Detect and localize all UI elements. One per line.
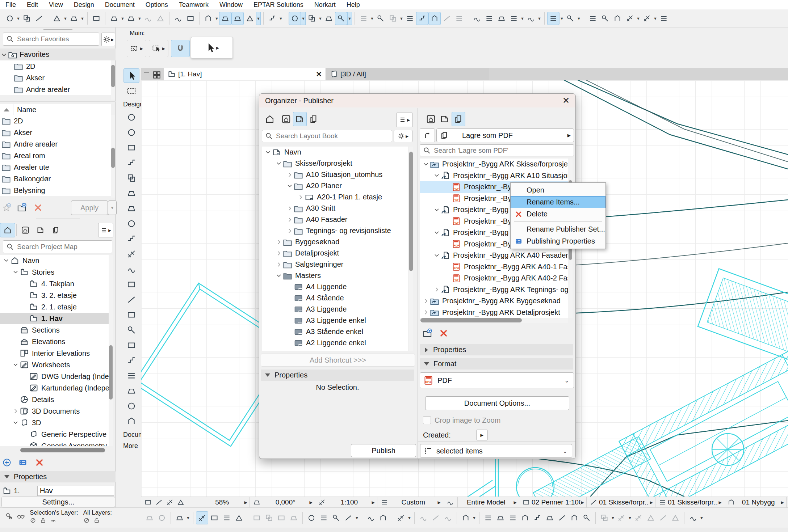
menu-norkart[interactable]: Norkart <box>309 0 341 9</box>
arrow-tool[interactable] <box>123 68 139 83</box>
coordinates-input-icon-dropdown[interactable]: ▼ <box>301 12 306 25</box>
sheet-list-icon[interactable] <box>599 12 611 25</box>
menu-design[interactable]: Design <box>68 0 100 9</box>
publisher-search-input[interactable]: Search 'Lagre som PDF' <box>420 144 574 156</box>
grid-element-tool[interactable] <box>123 353 139 368</box>
trim-wall-icon-dropdown[interactable]: ▼ <box>611 511 615 524</box>
virtual-building-icon-dropdown[interactable]: ▼ <box>120 12 125 25</box>
chevron-right-icon[interactable] <box>286 216 294 224</box>
transform-icon[interactable] <box>564 12 577 25</box>
lamp-tool[interactable] <box>123 384 139 398</box>
tab-overview-button[interactable] <box>151 69 162 80</box>
snap-options-icon-dropdown[interactable]: ▼ <box>256 12 261 25</box>
chevron-down-icon[interactable] <box>2 257 10 265</box>
publisher-button[interactable] <box>48 223 63 237</box>
left-publisher-button[interactable] <box>307 112 320 126</box>
project-map-scrollbar[interactable] <box>109 255 113 446</box>
corner-tool-icon[interactable] <box>471 12 483 25</box>
new-favorite-button[interactable] <box>2 203 17 212</box>
crop-checkbox-row[interactable]: Crop image to Zoom <box>423 415 500 425</box>
stretch-tool-icon-dropdown[interactable]: ▼ <box>537 12 542 25</box>
viewmap-button[interactable] <box>18 223 33 237</box>
magic-wand-icon[interactable] <box>687 511 699 524</box>
chevron-right-icon[interactable] <box>422 297 430 305</box>
layout-page-icon[interactable] <box>568 511 580 524</box>
perspective-view-icon[interactable] <box>377 511 389 524</box>
menu-options[interactable]: Options <box>140 0 173 9</box>
chevron-right-icon[interactable] <box>275 238 283 246</box>
level-marker-icon[interactable] <box>453 12 465 25</box>
opening-tool[interactable] <box>123 414 139 428</box>
status-segment[interactable]: Entire Model▶ <box>458 497 519 508</box>
context-menu-item-rename-items[interactable]: Rename Items... <box>511 196 605 208</box>
new-folder-button[interactable] <box>17 203 33 213</box>
chevron-right-icon[interactable] <box>433 286 441 294</box>
tree-item[interactable]: Tegnings- og revisjonsliste <box>262 225 408 236</box>
list-item[interactable]: Areal rom <box>0 150 111 161</box>
tree-item[interactable]: A20 Planer <box>262 180 408 191</box>
floor-plan-window-icon[interactable] <box>196 511 208 524</box>
chevron-right-icon[interactable] <box>297 193 305 201</box>
publish-scope-dropdown[interactable]: selected items ⌄ <box>420 444 572 458</box>
chevron-right-icon[interactable] <box>275 249 283 257</box>
save-icon[interactable] <box>21 12 33 25</box>
new-publisher-folder-button[interactable] <box>422 328 439 338</box>
list-item[interactable]: 2D <box>0 115 111 127</box>
left-properties-header[interactable]: Properties <box>261 370 414 381</box>
waves-icon[interactable] <box>544 511 556 524</box>
tree-item[interactable]: Stories <box>0 266 109 278</box>
column-tool[interactable] <box>123 262 139 276</box>
trim-wall-icon[interactable] <box>598 511 611 524</box>
tree-item[interactable]: A3 Liggende <box>262 304 408 315</box>
marker-up-icon[interactable] <box>275 511 288 524</box>
menu-teamwork[interactable]: Teamwork <box>173 0 214 9</box>
chevron-down-icon[interactable] <box>12 361 20 369</box>
tree-item[interactable]: A3 Stående enkel <box>262 326 408 337</box>
vr-icon[interactable] <box>442 511 454 524</box>
chevron-right-icon[interactable] <box>286 204 294 212</box>
tree-item[interactable]: Prosjektnr_-Bygg ARK Skisse/forprosjekt <box>420 159 568 170</box>
3d-style-icon[interactable] <box>342 511 355 524</box>
list-item[interactable]: 2D <box>0 60 111 72</box>
up-one-level-button[interactable] <box>420 128 435 142</box>
chevron-down-icon[interactable] <box>275 160 283 168</box>
chevron-down-icon[interactable] <box>264 148 272 156</box>
marquee-tool[interactable] <box>123 84 139 98</box>
lock-layer-icon[interactable] <box>40 517 46 524</box>
favorites-list-scrollbar[interactable] <box>111 115 115 198</box>
project-chooser-icon[interactable] <box>263 112 277 126</box>
tree-item[interactable]: Elevations <box>0 336 109 347</box>
drawing-update-icon[interactable] <box>142 12 154 25</box>
project-map-hscrollbar[interactable] <box>20 448 105 452</box>
tab-3d-all[interactable]: [3D / All] <box>326 68 489 80</box>
3d-cutaway-icon[interactable] <box>305 511 318 524</box>
left-viewmap-button[interactable] <box>279 112 293 126</box>
publisher-hscroll-track[interactable] <box>420 318 568 323</box>
tree-item[interactable]: 3D <box>0 417 109 428</box>
morph-tool[interactable] <box>123 277 139 292</box>
door-swing-icon[interactable] <box>632 511 645 524</box>
coordinates-input-icon[interactable] <box>289 12 301 25</box>
layout-tree-scrollbar[interactable] <box>409 147 413 351</box>
dialog-close-icon[interactable]: ✕ <box>562 96 570 106</box>
settings-button[interactable]: Settings... <box>1 497 115 507</box>
chevron-down-icon[interactable] <box>275 272 283 280</box>
new-document-icon-dropdown[interactable]: ▼ <box>16 12 21 25</box>
show-all-layers-icon[interactable] <box>83 517 90 524</box>
story-up-icon[interactable] <box>221 511 233 524</box>
layer-glasses-icon[interactable] <box>17 512 25 520</box>
tree-item[interactable]: Skisse/forprosjekt <box>262 158 408 169</box>
chevron-right-icon[interactable] <box>12 407 20 415</box>
chevron-down-icon[interactable] <box>422 160 430 168</box>
publish-button[interactable]: Publish <box>351 444 416 457</box>
tree-item[interactable]: 1. Hav <box>0 313 109 324</box>
layout-book-button[interactable] <box>33 223 48 237</box>
split-tool-icon-dropdown[interactable]: ▼ <box>520 12 525 25</box>
snap-options-icon[interactable] <box>244 12 256 25</box>
external-content-icon[interactable] <box>154 12 167 25</box>
new-document-icon[interactable] <box>4 12 16 25</box>
tree-item[interactable]: Prosjektnr_-Bygg ARK Byggesøknad <box>420 295 568 307</box>
wall-align-icon[interactable] <box>428 12 441 25</box>
menu-view[interactable]: View <box>43 0 68 9</box>
rotation-segment[interactable]: 0,000°▶ <box>250 497 315 508</box>
